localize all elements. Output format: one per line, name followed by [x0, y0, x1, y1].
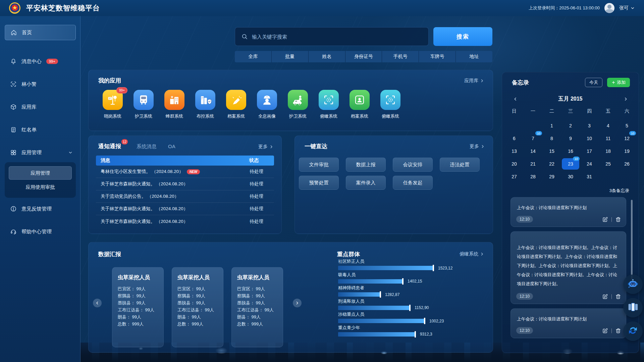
calendar-day-1[interactable]: 1: [542, 119, 561, 132]
calendar-day-29[interactable]: 29: [542, 170, 561, 183]
add-memo-button[interactable]: 添加: [607, 78, 630, 87]
app-item-8-俯瞰系统[interactable]: 俯瞰系统: [313, 90, 344, 119]
edit-icon[interactable]: [602, 294, 608, 300]
notice-row-2[interactable]: 关于林芝市森林防火通知。 （2024.08.20）待处理: [96, 178, 274, 190]
calendar-day-16[interactable]: 16: [561, 145, 580, 158]
calendar-day-9[interactable]: 9: [561, 132, 580, 145]
filter-tab-全库[interactable]: 全库: [235, 51, 271, 62]
app-item-10-俯瞰系统[interactable]: 俯瞰系统: [375, 90, 406, 119]
calendar-next-month-button[interactable]: [621, 95, 630, 103]
calendar-day-6[interactable]: 6: [505, 132, 524, 145]
calendar-day-26[interactable]: 26: [618, 158, 636, 170]
floating-button-reader-panels-icon[interactable]: [623, 298, 643, 317]
app-item-7-护卫系统[interactable]: 护卫系统: [282, 90, 313, 119]
calendar-day-2[interactable]: 2: [561, 119, 580, 132]
calendar-day-17[interactable]: 17: [580, 145, 599, 158]
sidebar-item-6-应用管理[interactable]: 应用管理: [5, 145, 76, 160]
data-report-card-1[interactable]: 虫草采挖人员巴宜区： 99人察隅县： 99人墨脱县： 99人工布江达县： 99人…: [112, 267, 164, 347]
data-report-card-3[interactable]: 虫草采挖人员巴宜区： 99人察隅县： 99人墨脱县： 99人工布江达县： 99人…: [231, 267, 283, 347]
calendar-day-30[interactable]: 30: [561, 170, 580, 183]
search-button[interactable]: 搜索: [433, 27, 492, 46]
quick-access-button-违法处置[interactable]: 违法处置: [440, 158, 480, 172]
app-item-5-档案系统[interactable]: 档案系统: [221, 90, 252, 119]
floating-button-assistant-robot-icon[interactable]: [623, 275, 643, 294]
trash-icon[interactable]: [615, 328, 621, 334]
trash-icon[interactable]: [615, 294, 621, 300]
app-item-2-护卫系统[interactable]: 护卫系统: [128, 90, 159, 119]
filter-tab-姓名[interactable]: 姓名: [309, 51, 345, 62]
sidebar-item-3-林小警[interactable]: 林小警: [5, 76, 76, 92]
sidebar-item-5-红名单[interactable]: 红名单: [5, 122, 76, 137]
calendar-day-23[interactable]: 2310: [561, 158, 580, 170]
calendar-day-15[interactable]: 15: [542, 145, 561, 158]
sidebar-item-2-消息中心[interactable]: 消息中心99+: [5, 54, 76, 69]
sidebar-item-8-帮助中心管理[interactable]: 帮助中心管理: [5, 224, 76, 239]
bar[interactable]: [338, 279, 404, 284]
calendar-prev-month-button[interactable]: [511, 95, 520, 103]
sidebar-subitem-应用管理[interactable]: 应用管理: [9, 166, 72, 180]
bar[interactable]: [338, 306, 411, 310]
quick-access-more-link[interactable]: 更多: [470, 143, 485, 149]
quick-access-button-任务发起[interactable]: 任务发起: [393, 176, 433, 190]
calendar-day-14[interactable]: 14: [524, 145, 542, 158]
calendar-day-28[interactable]: 28: [524, 170, 542, 183]
calendar-day-4[interactable]: 4: [599, 119, 618, 132]
filter-tab-身份证号[interactable]: 身份证号: [345, 51, 382, 62]
calendar-day-3[interactable]: 3: [580, 119, 599, 132]
quick-access-button-预警处置[interactable]: 预警处置: [299, 176, 339, 190]
notice-row-3[interactable]: 关于流动党员的公告。 （2024.08.20）待处理: [96, 190, 274, 203]
calendar-day-7[interactable]: 710: [524, 132, 542, 145]
filter-tab-批量[interactable]: 批量: [272, 51, 308, 62]
bar[interactable]: [338, 319, 425, 323]
calendar-day-18[interactable]: 18: [599, 145, 618, 158]
sidebar-item-4-应用库[interactable]: 应用库: [5, 99, 76, 115]
bar[interactable]: [338, 266, 434, 270]
trash-icon[interactable]: [615, 217, 621, 223]
carousel-prev-button[interactable]: [93, 299, 102, 307]
calendar-day-13[interactable]: 13: [505, 145, 524, 158]
calendar-day-21[interactable]: 21: [524, 158, 542, 170]
memo-card-2[interactable]: 上午会议：讨论项目进度和下周计划。上午会议：讨论项目进度和下周计划。上午会议：讨…: [511, 231, 626, 304]
calendar-day-20[interactable]: 20: [505, 158, 524, 170]
calendar-day-10[interactable]: 10: [580, 132, 599, 145]
quick-access-button-案件录入[interactable]: 案件录入: [346, 176, 386, 190]
calendar-day-8[interactable]: 8: [542, 132, 561, 145]
floating-button-sync-arrows-icon[interactable]: [623, 321, 643, 341]
calendar-day-11[interactable]: 11: [599, 132, 618, 145]
avatar[interactable]: [604, 3, 614, 13]
quick-access-button-会议安排[interactable]: 会议安排: [393, 158, 433, 172]
calendar-day-12[interactable]: 1210: [618, 132, 636, 145]
app-library-link[interactable]: 应用库: [464, 78, 484, 84]
search-input[interactable]: [252, 34, 422, 40]
calendar-day-19[interactable]: 19: [618, 145, 636, 158]
edit-icon[interactable]: [602, 217, 608, 223]
key-groups-more-link[interactable]: 俯瞰系统: [460, 251, 484, 257]
quick-access-button-数据上报[interactable]: 数据上报: [346, 158, 386, 172]
memo-scrollbar[interactable]: [631, 200, 633, 284]
filter-tab-手机号[interactable]: 手机号: [382, 51, 419, 62]
bar[interactable]: [338, 332, 416, 337]
notice-row-4[interactable]: 关于林芝市森林防火通知。 （2024.08.20）待处理: [96, 203, 274, 215]
app-item-3-蜂群系统[interactable]: 蜂群系统: [159, 90, 190, 119]
notices-tab-系统消息[interactable]: 系统消息: [137, 143, 157, 150]
calendar-day-5[interactable]: 5: [618, 119, 636, 132]
sidebar-subitem-应用使用审批[interactable]: 应用使用审批: [9, 180, 72, 194]
filter-tab-车牌号[interactable]: 车牌号: [419, 51, 455, 62]
notice-row-1[interactable]: 粤林住宅小区发生警情。 （2024.08.20）NEW待处理: [96, 166, 274, 178]
bar[interactable]: [338, 292, 381, 297]
carousel-next-button[interactable]: [293, 299, 302, 307]
notices-tab-OA[interactable]: OA: [168, 143, 175, 150]
notice-row-5[interactable]: 关于林芝市森林防火通知。 （2024.08.20）待处理: [96, 215, 274, 228]
calendar-day-25[interactable]: 25: [599, 158, 618, 170]
calendar-day-27[interactable]: 27: [505, 170, 524, 183]
app-item-9-档案系统[interactable]: 档案系统: [344, 90, 375, 119]
sidebar-item-1-首页[interactable]: 首页: [5, 25, 76, 40]
app-item-1-哨岗系统[interactable]: 99+哨岗系统: [97, 90, 128, 119]
today-button[interactable]: 今天: [585, 78, 602, 87]
data-report-card-2[interactable]: 虫草采挖人员巴宜区： 99人察隅县： 99人墨脱县： 99人工布江达县： 99人…: [172, 267, 223, 347]
user-menu[interactable]: 张可: [619, 5, 635, 11]
calendar-day-31[interactable]: 31: [580, 170, 599, 183]
calendar-day-24[interactable]: 24: [580, 158, 599, 170]
app-item-6-全息画像[interactable]: 全息画像: [252, 90, 282, 119]
app-item-4-布控系统[interactable]: 布控系统: [190, 90, 221, 119]
